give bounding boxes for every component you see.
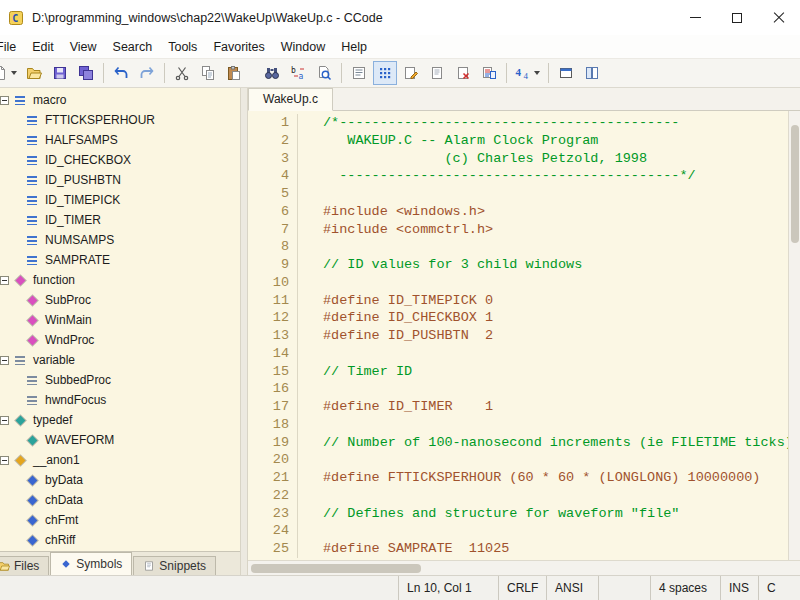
code-line: 10 [248,274,788,292]
macro-icon [26,234,39,246]
menu-edit[interactable]: Edit [24,37,62,57]
preview-button[interactable] [425,61,449,85]
variable-icon [26,374,39,386]
panel-layout-button[interactable] [580,61,604,85]
status-bar: Ln 10, Col 1CRLFANSI4 spacesINSC [0,575,800,600]
sidebar-tab-files[interactable]: Files [0,556,49,575]
sidebar-tab-label: Files [14,559,39,573]
code-line: 2 WAKEUP.C -- Alarm Clock Program [248,132,788,150]
tree-item-macro[interactable]: macro [0,90,240,110]
file-list-button[interactable] [347,61,371,85]
close-doc-button[interactable] [451,61,475,85]
menu-help[interactable]: Help [333,37,375,57]
code-line: 6#include <windows.h> [248,203,788,221]
tree-item-waveform[interactable]: WAVEFORM [0,430,240,450]
tree-item-hwndfocus[interactable]: hwndFocus [0,390,240,410]
menu-search[interactable]: Search [105,37,161,57]
function-icon [26,314,39,326]
tree-item-chfmt[interactable]: chFmt [0,510,240,530]
close-button[interactable] [758,0,800,35]
tree-item-winmain[interactable]: WinMain [0,310,240,330]
editor-horizontal-scrollbar[interactable] [248,560,800,575]
code-line: 21#define FTTICKSPERHOUR (60 * 60 * (LON… [248,469,788,487]
find-in-files-button[interactable] [312,61,336,85]
toolbar-separator [341,63,342,83]
tree-expander-icon[interactable] [0,456,9,465]
font-size-button[interactable]: 44 [512,61,543,85]
new-file-button[interactable] [0,61,20,85]
tree-item-bydata[interactable]: byData [0,470,240,490]
svg-text:a: a [299,72,304,81]
tree-item-__anon1[interactable]: __anon1 [0,450,240,470]
tree-item-numsamps[interactable]: NUMSAMPS [0,230,240,250]
find-button[interactable] [260,61,284,85]
compare-button[interactable] [477,61,501,85]
tree-item-typedef[interactable]: typedef [0,410,240,430]
menu-tools[interactable]: Tools [160,37,205,57]
menu-favorites[interactable]: Favorites [205,37,272,57]
tree-item-id_timepick[interactable]: ID_TIMEPICK [0,190,240,210]
menu-file[interactable]: File [0,37,24,57]
open-folder-icon [26,65,42,81]
undo-button[interactable] [109,61,133,85]
window-layout-button[interactable] [554,61,578,85]
minimize-button[interactable] [674,0,716,35]
open-file-button[interactable] [22,61,46,85]
tree-item-ftticksperhour[interactable]: FTTICKSPERHOUR [0,110,240,130]
tree-item-wndproc[interactable]: WndProc [0,330,240,350]
sidebar-tab-symbols[interactable]: Symbols [50,552,132,575]
tree-item-subbedproc[interactable]: SubbedProc [0,370,240,390]
horizontal-scroll-thumb[interactable] [251,564,421,573]
maximize-button[interactable] [716,0,758,35]
copy-button[interactable] [196,61,220,85]
sidebar-tab-snippets[interactable]: Snippets [133,556,216,575]
tree-item-variable[interactable]: variable [0,350,240,370]
editor-tab-wakeup[interactable]: WakeUp.c [248,88,333,111]
status-spacer [0,576,398,600]
tree-item-chriff[interactable]: chRiff [0,530,240,550]
find-in-files-icon [316,65,332,81]
tree-item-samprate[interactable]: SAMPRATE [0,250,240,270]
diamond-icon [60,558,72,570]
tree-expander-icon[interactable] [0,276,9,285]
code-text: // Defines and structure for waveform "f… [298,505,679,523]
symbols-view-button[interactable] [373,61,397,85]
tree-item-subproc[interactable]: SubProc [0,290,240,310]
menu-view[interactable]: View [62,37,105,57]
line-number: 10 [248,274,298,292]
line-number: 19 [248,434,298,452]
vertical-scroll-thumb[interactable] [791,125,799,243]
menu-window[interactable]: Window [273,37,333,57]
tree-item-chdata[interactable]: chData [0,490,240,510]
macro-icon [26,254,39,266]
doc-rb-icon [481,65,497,81]
tree-item-function[interactable]: function [0,270,240,290]
redo-button[interactable] [135,61,159,85]
cut-button[interactable] [170,61,194,85]
function-icon [26,334,39,346]
tiles-icon [584,65,600,81]
edit-mode-button[interactable] [399,61,423,85]
function-group-icon [14,274,27,286]
splitter-handle[interactable] [240,88,248,575]
line-number: 4 [248,167,298,185]
tree-expander-icon[interactable] [0,416,9,425]
line-number: 21 [248,469,298,487]
toolbar-separator [164,63,165,83]
tree-expander-icon[interactable] [0,96,9,105]
title-bar: C D:\programming_windows\chap22\WakeUp\W… [0,0,800,35]
save-button[interactable] [48,61,72,85]
tree-expander-icon[interactable] [0,356,9,365]
macro-icon [26,154,39,166]
editor-vertical-scrollbar[interactable] [788,111,800,560]
member-icon [26,534,39,546]
variable-group-icon [14,354,27,366]
tree-item-id_checkbox[interactable]: ID_CHECKBOX [0,150,240,170]
tree-item-halfsamps[interactable]: HALFSAMPS [0,130,240,150]
tree-item-id_pushbtn[interactable]: ID_PUSHBTN [0,170,240,190]
paste-button[interactable] [222,61,246,85]
tree-item-id_timer[interactable]: ID_TIMER [0,210,240,230]
replace-button[interactable]: ba [286,61,310,85]
code-editor[interactable]: 1/*-------------------------------------… [248,111,788,560]
save-all-button[interactable] [74,61,98,85]
